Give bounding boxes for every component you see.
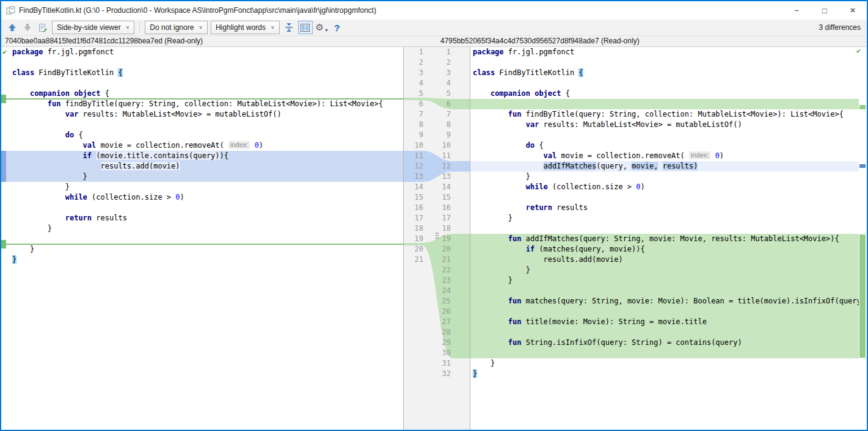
pane-headers: 7040bae0aa88415fed1f6d7481cdc11298bea7ed…: [1, 36, 867, 47]
right-code-line: return results: [470, 203, 867, 213]
left-editor[interactable]: package fr.jgl.pgmfonctclass FindByTitle…: [1, 47, 403, 430]
stripe-change-marker[interactable]: [859, 234, 866, 358]
edit-source-icon: [38, 23, 48, 32]
line-number: 31: [425, 358, 451, 369]
previous-difference-button[interactable]: [6, 21, 18, 34]
line-number: 3: [404, 68, 423, 78]
left-inspection-status-icon[interactable]: ✔: [2, 48, 7, 56]
left-revision-title: 7040bae0aa88415fed1f6d7481cdc11298bea7ed…: [5, 37, 203, 45]
right-code-line: }: [470, 172, 867, 182]
left-code-line: }: [1, 255, 403, 265]
line-number: 3: [425, 68, 451, 78]
right-code-line: val movie = collection.removeAt( index: …: [470, 151, 867, 161]
inline-parameter-hint: index:: [228, 141, 250, 149]
highlight-mode-select[interactable]: Highlight words ∨: [211, 21, 280, 34]
right-code-line: companion object {: [470, 89, 867, 99]
maximize-button[interactable]: □: [811, 1, 839, 20]
line-number: 10: [404, 140, 423, 151]
line-number: 17: [404, 213, 423, 223]
line-number: 19: [404, 234, 423, 244]
line-number: 32: [425, 369, 451, 379]
line-number: 20: [425, 244, 451, 255]
line-number: 13: [425, 172, 451, 182]
left-change-marker[interactable]: [1, 240, 6, 248]
help-button[interactable]: ?: [334, 23, 340, 33]
gear-icon: ⚙: [316, 21, 324, 34]
left-code-line: }: [1, 244, 403, 255]
left-code-line: if (movie.title.contains(query)){: [1, 151, 403, 161]
right-code-line: fun String.isInfixOf(query: String) = co…: [470, 338, 867, 348]
next-difference-button[interactable]: [21, 21, 34, 34]
two-panes-icon: [301, 24, 310, 32]
left-code-line: companion object {: [1, 89, 403, 99]
arrow-up-icon: [8, 23, 16, 32]
settings-button[interactable]: ⚙ ▼: [316, 21, 329, 34]
close-button[interactable]: ✕: [839, 1, 867, 20]
line-number: 11: [425, 151, 451, 161]
left-change-marker[interactable]: [1, 95, 6, 103]
right-code-line: class FindByTitleKotlin {: [470, 68, 867, 78]
line-number: 16: [404, 203, 423, 213]
diff-content: package fr.jgl.pgmfonctclass FindByTitle…: [1, 47, 867, 430]
left-code-line: fun findByTitle(query: String, collectio…: [1, 99, 403, 109]
caret-down-icon: ▼: [324, 28, 329, 32]
viewer-mode-select[interactable]: Side-by-side viewer ∨: [52, 21, 134, 34]
arrow-down-icon: [23, 23, 32, 32]
left-code-line: do {: [1, 130, 403, 140]
line-number: 6: [404, 99, 423, 109]
line-number: 8: [404, 120, 423, 130]
synchronize-panes-toggle[interactable]: [298, 21, 313, 34]
ignore-policy-select[interactable]: Do not ignore ∨: [145, 21, 208, 34]
line-number: 14: [425, 182, 451, 192]
right-code-line: }: [470, 265, 867, 275]
line-number: 4: [425, 78, 451, 89]
line-number: 14: [404, 182, 423, 192]
line-number: 27: [425, 317, 451, 327]
line-number: 10: [425, 140, 451, 151]
line-number: 24: [425, 286, 451, 296]
left-change-marker[interactable]: [1, 151, 6, 182]
left-code-line: [1, 78, 403, 89]
line-number: 19: [425, 234, 451, 244]
right-code-line: while (collection.size > 0): [470, 182, 867, 192]
line-number: 7: [404, 109, 423, 120]
line-number: 4: [404, 78, 423, 89]
stripe-change-marker[interactable]: [859, 164, 866, 168]
insertion-anchor-line: [6, 244, 403, 245]
right-code-line: fun title(movie: Movie): String = movie.…: [470, 317, 867, 327]
line-number: 26: [425, 306, 451, 317]
line-number: 12: [404, 161, 423, 172]
diff-file-icon: [6, 6, 15, 15]
diff-toolbar: Side-by-side viewer ∨ Do not ignore ∨ Hi…: [1, 20, 867, 36]
minimize-button[interactable]: −: [782, 1, 811, 20]
folded-region-icon[interactable]: [436, 233, 437, 234]
window-controls: − □ ✕: [782, 1, 867, 20]
left-code-line: val movie = collection.removeAt( index: …: [1, 140, 403, 151]
right-code-line: [470, 78, 867, 89]
line-number: 28: [425, 327, 451, 338]
right-code-line: addIfMatches(query, movie, results): [470, 161, 867, 172]
right-code-line: [470, 223, 867, 234]
right-editor[interactable]: ✔ package fr.jgl.pgmfonctclass FindByTit…: [470, 47, 867, 430]
line-number: 2: [404, 57, 423, 68]
left-code-line: return results: [1, 213, 403, 223]
line-number: 7: [425, 109, 451, 120]
insertion-anchor-line: [6, 98, 403, 100]
line-number: 5: [404, 89, 423, 99]
right-inspection-status-icon[interactable]: ✔: [856, 47, 861, 55]
left-code-line: [1, 57, 403, 68]
left-code-line: [1, 203, 403, 213]
left-code-line: [1, 120, 403, 130]
right-code-line: var results: MutableList<Movie> = mutabl…: [470, 120, 867, 130]
jump-to-source-button[interactable]: [37, 21, 49, 34]
window-title: FindByTitleKotlin.kt (G:\0 - Production\…: [19, 6, 376, 15]
right-code-line: }: [470, 275, 867, 286]
line-number: 13: [404, 172, 423, 182]
stripe-change-marker[interactable]: [859, 105, 866, 109]
error-stripe[interactable]: ✔: [859, 47, 867, 430]
line-number: 9: [404, 130, 423, 140]
chevron-down-icon: ∨: [199, 25, 203, 30]
collapse-unchanged-button[interactable]: [283, 21, 295, 34]
right-code-line: fun addIfMatches(query: String, movie: M…: [470, 234, 867, 244]
line-number: 6: [425, 99, 451, 109]
